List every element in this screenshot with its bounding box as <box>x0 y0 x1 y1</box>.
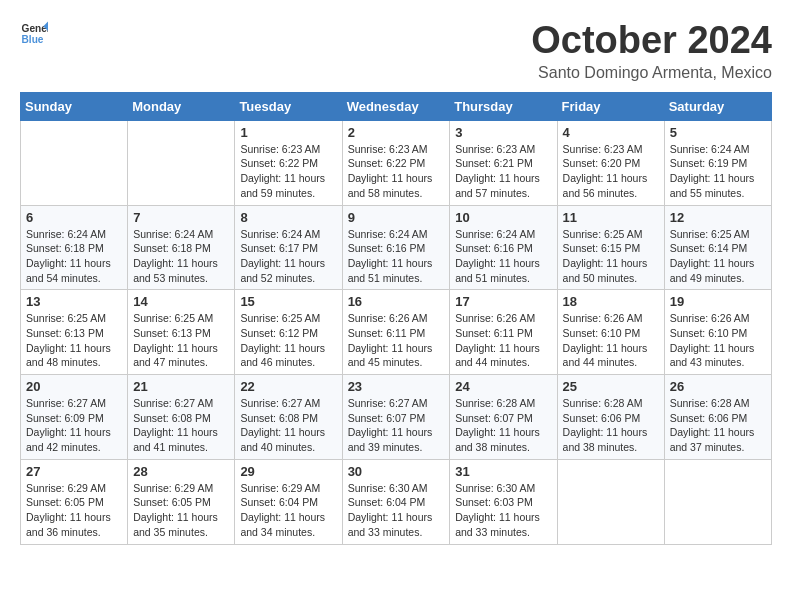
day-number: 18 <box>563 294 659 309</box>
cell-info: Sunrise: 6:28 AMSunset: 6:06 PMDaylight:… <box>563 396 659 455</box>
calendar-cell: 10Sunrise: 6:24 AMSunset: 6:16 PMDayligh… <box>450 205 557 290</box>
header-day-wednesday: Wednesday <box>342 92 450 120</box>
cell-info: Sunrise: 6:24 AMSunset: 6:18 PMDaylight:… <box>133 227 229 286</box>
calendar-cell: 11Sunrise: 6:25 AMSunset: 6:15 PMDayligh… <box>557 205 664 290</box>
header-day-friday: Friday <box>557 92 664 120</box>
calendar-cell: 24Sunrise: 6:28 AMSunset: 6:07 PMDayligh… <box>450 375 557 460</box>
calendar-cell: 20Sunrise: 6:27 AMSunset: 6:09 PMDayligh… <box>21 375 128 460</box>
calendar-cell: 5Sunrise: 6:24 AMSunset: 6:19 PMDaylight… <box>664 120 771 205</box>
cell-info: Sunrise: 6:29 AMSunset: 6:05 PMDaylight:… <box>133 481 229 540</box>
calendar-cell: 7Sunrise: 6:24 AMSunset: 6:18 PMDaylight… <box>128 205 235 290</box>
svg-text:General: General <box>22 23 48 34</box>
cell-info: Sunrise: 6:29 AMSunset: 6:05 PMDaylight:… <box>26 481 122 540</box>
cell-info: Sunrise: 6:25 AMSunset: 6:14 PMDaylight:… <box>670 227 766 286</box>
cell-info: Sunrise: 6:24 AMSunset: 6:19 PMDaylight:… <box>670 142 766 201</box>
day-number: 5 <box>670 125 766 140</box>
header-day-monday: Monday <box>128 92 235 120</box>
calendar-cell: 16Sunrise: 6:26 AMSunset: 6:11 PMDayligh… <box>342 290 450 375</box>
day-number: 28 <box>133 464 229 479</box>
day-number: 6 <box>26 210 122 225</box>
day-number: 12 <box>670 210 766 225</box>
day-number: 4 <box>563 125 659 140</box>
day-number: 25 <box>563 379 659 394</box>
cell-info: Sunrise: 6:25 AMSunset: 6:15 PMDaylight:… <box>563 227 659 286</box>
cell-info: Sunrise: 6:23 AMSunset: 6:22 PMDaylight:… <box>348 142 445 201</box>
location-title: Santo Domingo Armenta, Mexico <box>531 64 772 82</box>
day-number: 24 <box>455 379 551 394</box>
cell-info: Sunrise: 6:26 AMSunset: 6:10 PMDaylight:… <box>563 311 659 370</box>
day-number: 3 <box>455 125 551 140</box>
cell-info: Sunrise: 6:27 AMSunset: 6:08 PMDaylight:… <box>240 396 336 455</box>
day-number: 23 <box>348 379 445 394</box>
calendar-week-4: 20Sunrise: 6:27 AMSunset: 6:09 PMDayligh… <box>21 375 772 460</box>
calendar-cell: 2Sunrise: 6:23 AMSunset: 6:22 PMDaylight… <box>342 120 450 205</box>
cell-info: Sunrise: 6:29 AMSunset: 6:04 PMDaylight:… <box>240 481 336 540</box>
cell-info: Sunrise: 6:24 AMSunset: 6:17 PMDaylight:… <box>240 227 336 286</box>
calendar-cell: 22Sunrise: 6:27 AMSunset: 6:08 PMDayligh… <box>235 375 342 460</box>
day-number: 10 <box>455 210 551 225</box>
logo-icon: General Blue <box>20 20 48 48</box>
month-title: October 2024 <box>531 20 772 62</box>
day-number: 22 <box>240 379 336 394</box>
cell-info: Sunrise: 6:26 AMSunset: 6:11 PMDaylight:… <box>455 311 551 370</box>
calendar-cell: 23Sunrise: 6:27 AMSunset: 6:07 PMDayligh… <box>342 375 450 460</box>
calendar-cell: 1Sunrise: 6:23 AMSunset: 6:22 PMDaylight… <box>235 120 342 205</box>
day-number: 27 <box>26 464 122 479</box>
cell-info: Sunrise: 6:25 AMSunset: 6:12 PMDaylight:… <box>240 311 336 370</box>
calendar-cell: 27Sunrise: 6:29 AMSunset: 6:05 PMDayligh… <box>21 459 128 544</box>
day-number: 20 <box>26 379 122 394</box>
day-number: 30 <box>348 464 445 479</box>
day-number: 19 <box>670 294 766 309</box>
cell-info: Sunrise: 6:25 AMSunset: 6:13 PMDaylight:… <box>133 311 229 370</box>
calendar-cell: 19Sunrise: 6:26 AMSunset: 6:10 PMDayligh… <box>664 290 771 375</box>
day-number: 31 <box>455 464 551 479</box>
calendar-header-row: SundayMondayTuesdayWednesdayThursdayFrid… <box>21 92 772 120</box>
day-number: 15 <box>240 294 336 309</box>
day-number: 11 <box>563 210 659 225</box>
day-number: 29 <box>240 464 336 479</box>
calendar-week-1: 1Sunrise: 6:23 AMSunset: 6:22 PMDaylight… <box>21 120 772 205</box>
day-number: 2 <box>348 125 445 140</box>
calendar-cell: 29Sunrise: 6:29 AMSunset: 6:04 PMDayligh… <box>235 459 342 544</box>
calendar-cell: 8Sunrise: 6:24 AMSunset: 6:17 PMDaylight… <box>235 205 342 290</box>
calendar-week-5: 27Sunrise: 6:29 AMSunset: 6:05 PMDayligh… <box>21 459 772 544</box>
calendar-cell: 4Sunrise: 6:23 AMSunset: 6:20 PMDaylight… <box>557 120 664 205</box>
cell-info: Sunrise: 6:27 AMSunset: 6:07 PMDaylight:… <box>348 396 445 455</box>
calendar-cell: 21Sunrise: 6:27 AMSunset: 6:08 PMDayligh… <box>128 375 235 460</box>
calendar-week-2: 6Sunrise: 6:24 AMSunset: 6:18 PMDaylight… <box>21 205 772 290</box>
calendar-cell: 18Sunrise: 6:26 AMSunset: 6:10 PMDayligh… <box>557 290 664 375</box>
calendar-cell <box>128 120 235 205</box>
day-number: 26 <box>670 379 766 394</box>
header-day-tuesday: Tuesday <box>235 92 342 120</box>
calendar-cell: 26Sunrise: 6:28 AMSunset: 6:06 PMDayligh… <box>664 375 771 460</box>
calendar-cell: 17Sunrise: 6:26 AMSunset: 6:11 PMDayligh… <box>450 290 557 375</box>
calendar-cell: 3Sunrise: 6:23 AMSunset: 6:21 PMDaylight… <box>450 120 557 205</box>
calendar-cell <box>21 120 128 205</box>
title-block: October 2024 Santo Domingo Armenta, Mexi… <box>531 20 772 82</box>
calendar-cell: 12Sunrise: 6:25 AMSunset: 6:14 PMDayligh… <box>664 205 771 290</box>
day-number: 16 <box>348 294 445 309</box>
header-day-sunday: Sunday <box>21 92 128 120</box>
cell-info: Sunrise: 6:30 AMSunset: 6:03 PMDaylight:… <box>455 481 551 540</box>
cell-info: Sunrise: 6:28 AMSunset: 6:06 PMDaylight:… <box>670 396 766 455</box>
calendar-cell: 31Sunrise: 6:30 AMSunset: 6:03 PMDayligh… <box>450 459 557 544</box>
day-number: 17 <box>455 294 551 309</box>
calendar-cell: 14Sunrise: 6:25 AMSunset: 6:13 PMDayligh… <box>128 290 235 375</box>
header-day-saturday: Saturday <box>664 92 771 120</box>
cell-info: Sunrise: 6:27 AMSunset: 6:09 PMDaylight:… <box>26 396 122 455</box>
cell-info: Sunrise: 6:23 AMSunset: 6:20 PMDaylight:… <box>563 142 659 201</box>
cell-info: Sunrise: 6:27 AMSunset: 6:08 PMDaylight:… <box>133 396 229 455</box>
cell-info: Sunrise: 6:23 AMSunset: 6:21 PMDaylight:… <box>455 142 551 201</box>
calendar-cell <box>557 459 664 544</box>
calendar-week-3: 13Sunrise: 6:25 AMSunset: 6:13 PMDayligh… <box>21 290 772 375</box>
day-number: 7 <box>133 210 229 225</box>
calendar-cell <box>664 459 771 544</box>
cell-info: Sunrise: 6:24 AMSunset: 6:18 PMDaylight:… <box>26 227 122 286</box>
svg-text:Blue: Blue <box>22 34 44 45</box>
header-day-thursday: Thursday <box>450 92 557 120</box>
day-number: 9 <box>348 210 445 225</box>
cell-info: Sunrise: 6:30 AMSunset: 6:04 PMDaylight:… <box>348 481 445 540</box>
cell-info: Sunrise: 6:28 AMSunset: 6:07 PMDaylight:… <box>455 396 551 455</box>
cell-info: Sunrise: 6:25 AMSunset: 6:13 PMDaylight:… <box>26 311 122 370</box>
cell-info: Sunrise: 6:24 AMSunset: 6:16 PMDaylight:… <box>455 227 551 286</box>
